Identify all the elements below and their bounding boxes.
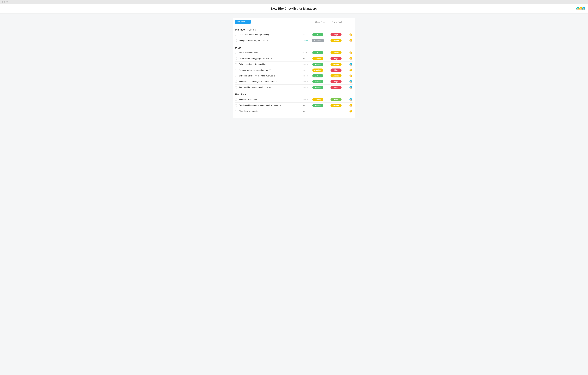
status-pill[interactable]: Action bbox=[312, 63, 323, 66]
assignee-cell[interactable] bbox=[346, 57, 353, 60]
status-pill[interactable]: Awaiting bbox=[312, 68, 323, 72]
priority-cell[interactable]: Medium bbox=[327, 63, 345, 66]
assignee-avatar[interactable] bbox=[349, 68, 352, 72]
assignee-cell[interactable] bbox=[346, 51, 353, 54]
status-pill[interactable]: Reference bbox=[312, 39, 324, 42]
priority-pill[interactable]: Low bbox=[330, 98, 342, 101]
task-due-date[interactable]: Nov 8 bbox=[299, 81, 308, 83]
assignee-cell[interactable] bbox=[346, 80, 353, 83]
priority-cell[interactable]: Low bbox=[327, 98, 345, 101]
priority-pill[interactable]: High bbox=[330, 80, 342, 83]
task-due-date[interactable]: Nov 8 bbox=[299, 75, 308, 77]
task-row[interactable]: Build out calendar for new hireNov 8Acti… bbox=[235, 62, 353, 67]
assignee-avatar[interactable] bbox=[349, 57, 352, 60]
assignee-cell[interactable] bbox=[346, 74, 353, 77]
task-due-date[interactable]: Nov 11 bbox=[299, 58, 308, 60]
task-row[interactable]: Request laptop + desk setup from ITNov 1… bbox=[235, 67, 353, 73]
task-row[interactable]: Send new hire announcement email to the … bbox=[235, 103, 353, 108]
status-pill[interactable]: Action bbox=[312, 74, 323, 77]
priority-cell[interactable]: High bbox=[327, 86, 345, 89]
complete-checkbox[interactable] bbox=[235, 63, 237, 65]
status-pill[interactable]: Action bbox=[312, 104, 323, 107]
status-pill[interactable]: Action bbox=[312, 86, 323, 89]
assignee-avatar[interactable] bbox=[349, 51, 352, 54]
assignee-avatar[interactable] bbox=[349, 80, 352, 83]
assignee-cell[interactable] bbox=[346, 104, 353, 107]
task-due-date[interactable]: Nov 8 bbox=[299, 86, 308, 88]
avatar[interactable] bbox=[582, 7, 586, 11]
assignee-avatar[interactable] bbox=[349, 33, 352, 36]
status-pill[interactable]: Awaiting bbox=[312, 98, 323, 101]
task-name[interactable]: Assign a mentor for your new hire bbox=[239, 40, 298, 42]
priority-pill[interactable]: Medium bbox=[330, 104, 342, 107]
task-name[interactable]: Add new hire to team meeting invites bbox=[239, 86, 298, 88]
status-cell[interactable]: Awaiting bbox=[309, 68, 326, 72]
task-due-date[interactable]: Today bbox=[299, 40, 308, 42]
priority-pill[interactable]: Medium bbox=[330, 74, 342, 77]
task-name[interactable]: Request laptop + desk setup from IT bbox=[239, 69, 298, 71]
add-task-dropdown-button[interactable] bbox=[247, 20, 251, 24]
add-task-button[interactable]: Add Task bbox=[235, 20, 247, 24]
status-pill[interactable]: Action bbox=[312, 51, 323, 54]
complete-checkbox[interactable] bbox=[235, 57, 237, 60]
task-row[interactable]: Schedule lunches for their first two wee… bbox=[235, 73, 353, 79]
task-row[interactable]: Create on-boarding project for new hireN… bbox=[235, 56, 353, 62]
assignee-cell[interactable] bbox=[346, 109, 353, 113]
assignee-cell[interactable] bbox=[346, 63, 353, 66]
task-name[interactable]: Meet them at reception bbox=[239, 110, 298, 112]
priority-cell[interactable]: High bbox=[327, 57, 345, 60]
task-name[interactable]: Create on-boarding project for new hire bbox=[239, 57, 298, 60]
task-name[interactable]: Schedule lunches for their first two wee… bbox=[239, 75, 298, 77]
priority-pill[interactable]: Medium bbox=[330, 51, 342, 54]
complete-checkbox[interactable] bbox=[235, 75, 237, 77]
assignee-cell[interactable] bbox=[346, 98, 353, 101]
complete-checkbox[interactable] bbox=[235, 98, 237, 101]
complete-checkbox[interactable] bbox=[235, 86, 237, 88]
task-row[interactable]: Meet them at receptionNov 12—— bbox=[235, 108, 353, 114]
task-name[interactable]: Send welcome email! bbox=[239, 52, 298, 54]
priority-cell[interactable]: Medium bbox=[327, 39, 345, 42]
complete-checkbox[interactable] bbox=[235, 104, 237, 107]
task-due-date[interactable]: Nov 8 bbox=[299, 64, 308, 65]
task-name[interactable]: Schedule team lunch bbox=[239, 98, 298, 101]
task-name[interactable]: Build out calendar for new hire bbox=[239, 63, 298, 65]
assignee-avatar[interactable] bbox=[349, 98, 352, 101]
assignee-avatar[interactable] bbox=[349, 104, 352, 107]
task-name[interactable]: Schedule 1:1 meetings with team members bbox=[239, 81, 298, 83]
status-cell[interactable]: Action bbox=[309, 51, 326, 54]
task-row[interactable]: Schedule team lunchNov 8AwaitingLow bbox=[235, 97, 353, 103]
priority-pill[interactable]: High bbox=[330, 68, 342, 72]
priority-pill[interactable]: Medium bbox=[330, 39, 342, 42]
assignee-avatar[interactable] bbox=[349, 109, 352, 113]
status-cell[interactable]: Awaiting bbox=[309, 98, 326, 101]
status-pill[interactable]: Action bbox=[312, 33, 323, 36]
priority-cell[interactable]: High bbox=[327, 80, 345, 83]
complete-checkbox[interactable] bbox=[235, 34, 237, 36]
task-row[interactable]: Send welcome email!Oct 31ActionMedium bbox=[235, 50, 353, 56]
task-due-date[interactable]: Nov 11 bbox=[299, 105, 308, 106]
priority-cell[interactable]: High bbox=[327, 33, 345, 36]
task-due-date[interactable]: Oct 15 bbox=[299, 34, 308, 36]
priority-cell[interactable]: — bbox=[327, 110, 345, 112]
priority-pill[interactable]: High bbox=[330, 86, 342, 89]
status-cell[interactable]: Action bbox=[309, 33, 326, 36]
section-title[interactable]: First Day bbox=[235, 93, 353, 97]
task-due-date[interactable]: Nov 8 bbox=[299, 99, 308, 101]
assignee-avatar[interactable] bbox=[349, 39, 352, 42]
complete-checkbox[interactable] bbox=[235, 110, 237, 112]
priority-cell[interactable]: Medium bbox=[327, 104, 345, 107]
status-pill[interactable]: Action bbox=[312, 80, 323, 83]
assignee-cell[interactable] bbox=[346, 39, 353, 42]
assignee-cell[interactable] bbox=[346, 86, 353, 89]
status-cell[interactable]: Action bbox=[309, 74, 326, 77]
status-cell[interactable]: Action bbox=[309, 104, 326, 107]
assignee-cell[interactable] bbox=[346, 33, 353, 36]
task-due-date[interactable]: Oct 31 bbox=[299, 52, 308, 54]
task-name[interactable]: RSVP and attend manager training bbox=[239, 34, 298, 36]
priority-cell[interactable]: Medium bbox=[327, 74, 345, 77]
task-row[interactable]: Schedule 1:1 meetings with team membersN… bbox=[235, 79, 353, 85]
complete-checkbox[interactable] bbox=[235, 81, 237, 83]
complete-checkbox[interactable] bbox=[235, 69, 237, 71]
status-cell[interactable]: Action bbox=[309, 86, 326, 89]
status-cell[interactable]: Awaiting bbox=[309, 57, 326, 60]
